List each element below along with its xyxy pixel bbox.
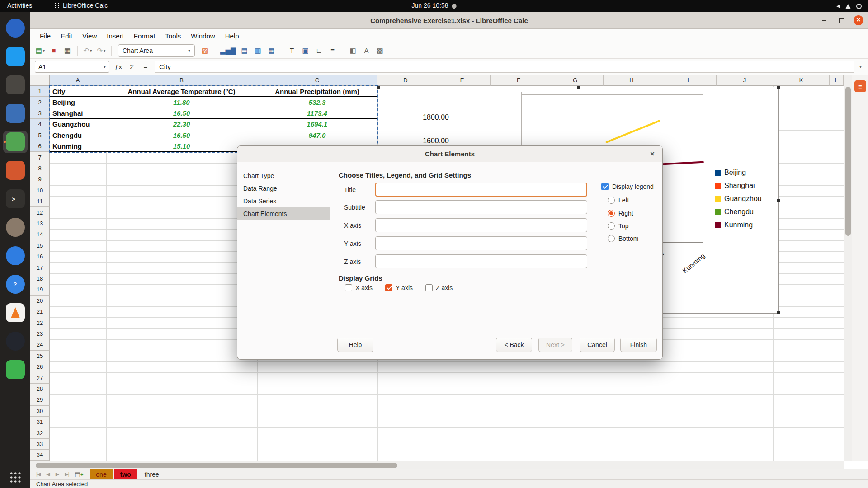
- row-header-33[interactable]: 33: [30, 439, 50, 450]
- row-header-9[interactable]: 9: [30, 174, 50, 185]
- toolbar-3d-view-button[interactable]: ◧: [347, 44, 359, 57]
- toolbar-chart-type-button[interactable]: ▃▅▇: [219, 44, 237, 57]
- next-button[interactable]: Next >: [538, 338, 572, 352]
- dock-icon-text-editor[interactable]: [3, 74, 28, 96]
- row-header-2[interactable]: 2: [30, 97, 50, 108]
- toolbar-legend-toggle-button[interactable]: ▣: [299, 44, 312, 57]
- selection-handle[interactable]: [777, 86, 780, 89]
- grid-checkbox-x-axis[interactable]: X axis: [345, 284, 373, 291]
- row-header-1[interactable]: 1: [30, 86, 50, 97]
- toolbar-data-table-button[interactable]: ▦: [265, 44, 278, 57]
- row-header-30[interactable]: 30: [30, 406, 50, 417]
- grid-checkbox-z-axis[interactable]: Z axis: [425, 284, 453, 291]
- dock-icon-terminal[interactable]: >_: [3, 188, 28, 210]
- toolbar-data-in-columns-button[interactable]: ▥: [252, 44, 264, 57]
- sheet-tab-one[interactable]: one: [90, 469, 113, 479]
- column-header-l[interactable]: L: [830, 75, 844, 86]
- dialog-nav-data-series[interactable]: Data Series: [237, 195, 330, 207]
- data-cell[interactable]: 532.3: [257, 97, 377, 108]
- column-header-b[interactable]: B: [106, 75, 257, 86]
- sidebar-settings-icon[interactable]: ≡: [854, 80, 866, 92]
- legend-item-beijing[interactable]: Beijing: [715, 169, 762, 177]
- row-header-5[interactable]: 5: [30, 130, 50, 141]
- header-cell-annual-average-temperature-c[interactable]: Annual Average Temperature (°C): [106, 86, 257, 97]
- row-header-20[interactable]: 20: [30, 296, 50, 306]
- sheet-tab-two[interactable]: two: [114, 469, 137, 479]
- chart-area-selector[interactable]: Chart Area▾: [118, 44, 195, 57]
- legend-position-radio-right[interactable]: Right: [608, 210, 633, 217]
- formula-button[interactable]: =: [140, 63, 151, 70]
- row-header-34[interactable]: 34: [30, 450, 50, 460]
- dialog-nav-chart-elements[interactable]: Chart Elements: [237, 207, 330, 220]
- dock-icon-vscode[interactable]: [3, 45, 28, 68]
- data-cell[interactable]: 947.0: [257, 130, 377, 141]
- menu-format[interactable]: Format: [129, 30, 160, 42]
- data-cell[interactable]: Shanghai: [50, 108, 106, 119]
- menu-window[interactable]: Window: [186, 30, 220, 42]
- tab-nav-icon-3[interactable]: ▶|: [65, 471, 69, 477]
- tab-nav-icon-0[interactable]: |◀: [36, 471, 40, 477]
- field-input-x-axis[interactable]: [375, 218, 587, 232]
- formula-input[interactable]: City: [155, 61, 854, 73]
- row-header-12[interactable]: 12: [30, 207, 50, 218]
- row-header-4[interactable]: 4: [30, 119, 50, 130]
- selection-handle[interactable]: [777, 311, 780, 314]
- row-header-13[interactable]: 13: [30, 218, 50, 229]
- menu-tools[interactable]: Tools: [160, 30, 186, 42]
- toolbar-chart-titles-button[interactable]: T: [286, 44, 298, 57]
- minimize-button[interactable]: [819, 15, 829, 25]
- field-input-subtitle[interactable]: [375, 200, 587, 214]
- help-button[interactable]: Help: [337, 338, 373, 352]
- horizontal-scrollbar-thumb[interactable]: [36, 463, 397, 468]
- legend-position-radio-top[interactable]: Top: [608, 222, 629, 230]
- toolbar-print-button[interactable]: ▦: [61, 44, 74, 57]
- dialog-titlebar[interactable]: Chart Elements ×: [237, 146, 662, 162]
- row-header-8[interactable]: 8: [30, 163, 50, 174]
- toolbar-grids-button[interactable]: ≡: [326, 44, 339, 57]
- row-header-23[interactable]: 23: [30, 328, 50, 339]
- maximize-button[interactable]: [836, 15, 846, 25]
- header-cell-city[interactable]: City: [50, 86, 106, 97]
- column-header-j[interactable]: J: [717, 75, 773, 86]
- grid-checkbox-y-axis[interactable]: Y axis: [385, 284, 413, 291]
- row-header-14[interactable]: 14: [30, 229, 50, 240]
- row-header-17[interactable]: 17: [30, 262, 50, 273]
- column-header-i[interactable]: I: [660, 75, 717, 86]
- close-button[interactable]: [854, 15, 863, 25]
- row-header-15[interactable]: 15: [30, 240, 50, 251]
- window-titlebar[interactable]: Comprehensive Exercise1.xlsx - LibreOffi…: [30, 12, 868, 29]
- sheet-tab-three[interactable]: three: [138, 469, 165, 479]
- data-cell[interactable]: 16.50: [106, 108, 257, 119]
- row-header-18[interactable]: 18: [30, 273, 50, 284]
- legend-item-shanghai[interactable]: Shanghai: [715, 182, 762, 190]
- legend-position-radio-left[interactable]: Left: [608, 197, 629, 204]
- select-all-corner[interactable]: [30, 75, 50, 86]
- selection-handle[interactable]: [377, 86, 380, 89]
- menu-edit[interactable]: Edit: [56, 30, 77, 42]
- back-button[interactable]: < Back: [496, 338, 532, 352]
- data-cell[interactable]: 16.50: [106, 130, 257, 141]
- row-header-26[interactable]: 26: [30, 361, 50, 372]
- vertical-scrollbar[interactable]: [844, 75, 852, 461]
- field-input-y-axis[interactable]: [375, 236, 587, 250]
- legend-item-chengdu[interactable]: Chengdu: [715, 208, 762, 216]
- dialog-close-button[interactable]: ×: [648, 150, 657, 159]
- horizontal-scrollbar[interactable]: [30, 461, 844, 469]
- column-header-g[interactable]: G: [547, 75, 604, 86]
- row-header-16[interactable]: 16: [30, 251, 50, 262]
- tab-nav-icon-2[interactable]: ▶: [56, 471, 59, 477]
- column-header-f[interactable]: F: [491, 75, 547, 86]
- field-input-z-axis[interactable]: [375, 254, 587, 268]
- dialog-nav-data-range[interactable]: Data Range: [237, 182, 330, 195]
- row-header-21[interactable]: 21: [30, 306, 50, 317]
- field-input-title[interactable]: [375, 183, 587, 197]
- row-header-31[interactable]: 31: [30, 417, 50, 427]
- legend-item-kunming[interactable]: Kunming: [715, 221, 762, 229]
- toolbar-undo-button[interactable]: ↶▾: [81, 44, 94, 57]
- dialog-nav-chart-type[interactable]: Chart Type: [237, 169, 330, 182]
- toolbar-scale-text-button[interactable]: A: [360, 44, 373, 57]
- finish-button[interactable]: Finish: [620, 338, 657, 352]
- column-header-h[interactable]: H: [604, 75, 660, 86]
- function-wizard-button[interactable]: ƒx: [113, 63, 124, 70]
- menu-file[interactable]: File: [35, 30, 56, 42]
